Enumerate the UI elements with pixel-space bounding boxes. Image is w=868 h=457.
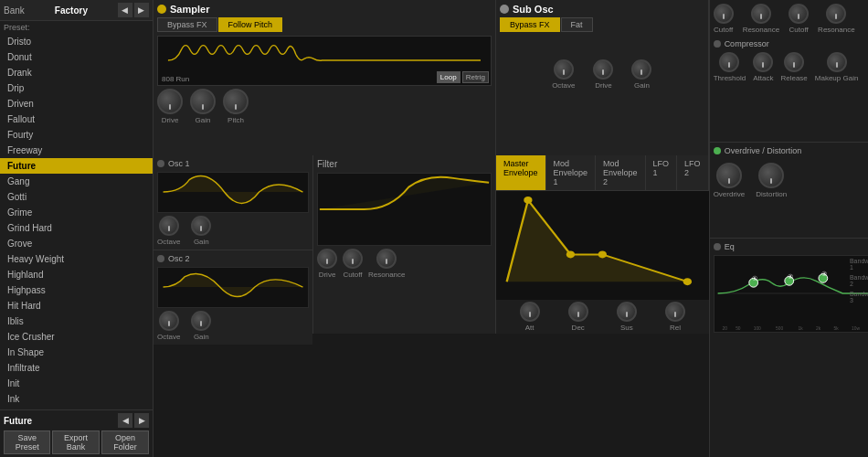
sidebar-current: Future ◀ ▶ — [4, 413, 149, 428]
eq-title: Eq — [725, 242, 735, 251]
preset-item[interactable]: Grime — [0, 205, 153, 220]
overdrive-knob-row: Overdrive Distortion — [714, 163, 868, 198]
waveform-buttons: Loop Retrig — [437, 71, 489, 83]
sidebar-footer: Future ◀ ▶ Save Preset Export Bank Open … — [0, 409, 153, 457]
preset-item-freeway[interactable]: Freeway — [0, 143, 153, 158]
preset-item-fallout[interactable]: Fallout — [0, 112, 153, 127]
osc2-octave-knob[interactable] — [159, 311, 179, 331]
sidebar-next-btn[interactable]: ▶ — [134, 3, 149, 17]
env-tab-mod2[interactable]: Mod Envelope 2 — [596, 155, 646, 190]
preset-item[interactable]: Dristo — [0, 34, 153, 49]
footer-nav: ◀ ▶ — [118, 413, 149, 428]
loop-button[interactable]: Loop — [437, 71, 460, 83]
preset-item[interactable]: Grove — [0, 236, 153, 251]
preset-item[interactable]: Fourty — [0, 127, 153, 143]
comp-makeup-knob[interactable] — [827, 52, 847, 72]
sub-osc-gain-knob[interactable] — [631, 59, 651, 80]
env-tab-lfo2[interactable]: LFO 2 — [677, 155, 709, 190]
sampler-gain-knob[interactable] — [190, 89, 216, 114]
eq-bandwidth2: Bandwidth2 — [850, 274, 868, 287]
sub-osc-tab-bypass[interactable]: Bypass FX — [500, 17, 560, 32]
osc1-octave-label: Octave — [157, 238, 180, 246]
footer-prev-btn[interactable]: ◀ — [118, 413, 132, 428]
comp-threshold-knob[interactable] — [719, 52, 739, 72]
preset-item[interactable]: Drank — [0, 65, 153, 80]
preset-item[interactable]: Highpass — [0, 282, 153, 298]
svg-point-3 — [683, 278, 692, 285]
preset-item[interactable]: Driven — [0, 96, 153, 112]
sampler-tab-follow[interactable]: Follow Pitch — [218, 17, 283, 32]
preset-item[interactable]: Gang — [0, 174, 153, 189]
right-resonance1-knob[interactable] — [751, 4, 771, 24]
preset-item[interactable]: Gotti — [0, 189, 153, 205]
preset-item-highland[interactable]: Highland — [0, 267, 153, 282]
osc2-gain-knob[interactable] — [191, 311, 211, 331]
sampler-tab-bypass[interactable]: Bypass FX — [157, 17, 217, 32]
filter-display — [317, 173, 492, 246]
env-rel-knob[interactable] — [665, 302, 685, 322]
comp-threshold-label: Threshold — [714, 74, 746, 82]
save-preset-button[interactable]: Save Preset — [4, 430, 50, 454]
export-bank-button[interactable]: Export Bank — [52, 430, 99, 454]
filter-drive-knob[interactable] — [317, 249, 337, 269]
env-sus-label: Sus — [620, 324, 633, 332]
preset-item[interactable]: Hit Hard — [0, 298, 153, 314]
preset-item[interactable]: Heavy Weight — [0, 251, 153, 267]
sampler-gain-group: Gain — [190, 89, 216, 124]
retrig-button[interactable]: Retrig — [462, 71, 489, 83]
preset-item-future[interactable]: Future — [0, 158, 153, 174]
sampler-pitch-knob[interactable] — [223, 89, 249, 114]
distortion-knob[interactable] — [758, 163, 784, 188]
env-dec-knob[interactable] — [568, 302, 588, 322]
right-effects-top: Cutoff Resonance Cutoff Resonance — [710, 0, 868, 142]
preset-item-crusher[interactable]: Ice Crusher — [0, 329, 153, 345]
right-resonance2-group: Resonance — [818, 4, 854, 34]
eq-dot — [714, 243, 721, 250]
sub-osc-octave-label: Octave — [552, 81, 575, 90]
sub-osc-tab-fat[interactable]: Fat — [561, 17, 593, 32]
right-cutoff2-group: Cutoff — [789, 4, 809, 34]
waveform-label: 808 Run — [162, 75, 189, 83]
right-resonance2-knob[interactable] — [826, 4, 846, 24]
env-rel-group: Rel — [665, 302, 685, 332]
preset-item[interactable]: Grind Hard — [0, 220, 153, 236]
right-panels-bottom: Eq ① ② — [710, 238, 868, 457]
open-folder-button[interactable]: Open Folder — [101, 430, 149, 454]
overdrive-knob[interactable] — [716, 163, 742, 188]
sidebar-prev-btn[interactable]: ◀ — [118, 3, 132, 17]
right-resonance2-label: Resonance — [818, 26, 854, 34]
content-area: Sampler Bypass FX Follow Pitch 808 Run L… — [153, 0, 868, 457]
sub-osc-drive-knob[interactable] — [593, 59, 613, 80]
preset-item[interactable]: Drip — [0, 80, 153, 96]
sampler-drive-knob[interactable] — [157, 89, 183, 114]
preset-item[interactable]: In Shape — [0, 345, 153, 360]
env-att-knob[interactable] — [520, 302, 540, 322]
comp-release-knob[interactable] — [784, 52, 804, 72]
filter-resonance-knob[interactable] — [376, 249, 397, 269]
preset-item[interactable]: Init — [0, 376, 153, 391]
comp-attack-knob[interactable] — [753, 52, 773, 72]
env-dec-group: Dec — [568, 302, 588, 332]
right-cutoff2-knob[interactable] — [789, 4, 809, 24]
right-cutoff1-knob[interactable] — [714, 4, 734, 24]
env-sus-knob[interactable] — [617, 302, 637, 322]
filter-cutoff-knob[interactable] — [343, 249, 363, 269]
eq-title-row: Eq — [714, 242, 868, 251]
preset-item[interactable]: Iblis — [0, 314, 153, 329]
osc1-waveform — [157, 172, 309, 213]
osc1-octave-knob[interactable] — [159, 216, 179, 236]
env-tab-mod1[interactable]: Mod Envelope 1 — [546, 155, 597, 190]
osc1-gain-knob[interactable] — [191, 216, 211, 236]
osc2-panel: Osc 2 Octave — [153, 250, 312, 345]
preset-item[interactable]: Infiltrate — [0, 360, 153, 376]
eq-panel: Eq ① ② — [710, 239, 868, 457]
env-tab-master[interactable]: Master Envelope — [496, 155, 546, 190]
footer-next-btn[interactable]: ▶ — [134, 413, 149, 428]
sub-osc-octave-knob[interactable] — [554, 59, 574, 80]
osc2-gain-group: Gain — [191, 311, 211, 341]
preset-item[interactable]: Ink — [0, 391, 153, 407]
compressor-title-row: Compressor — [714, 39, 868, 48]
svg-point-1 — [566, 250, 575, 258]
preset-item[interactable]: Donut — [0, 49, 153, 65]
env-tab-lfo1[interactable]: LFO 1 — [646, 155, 678, 190]
